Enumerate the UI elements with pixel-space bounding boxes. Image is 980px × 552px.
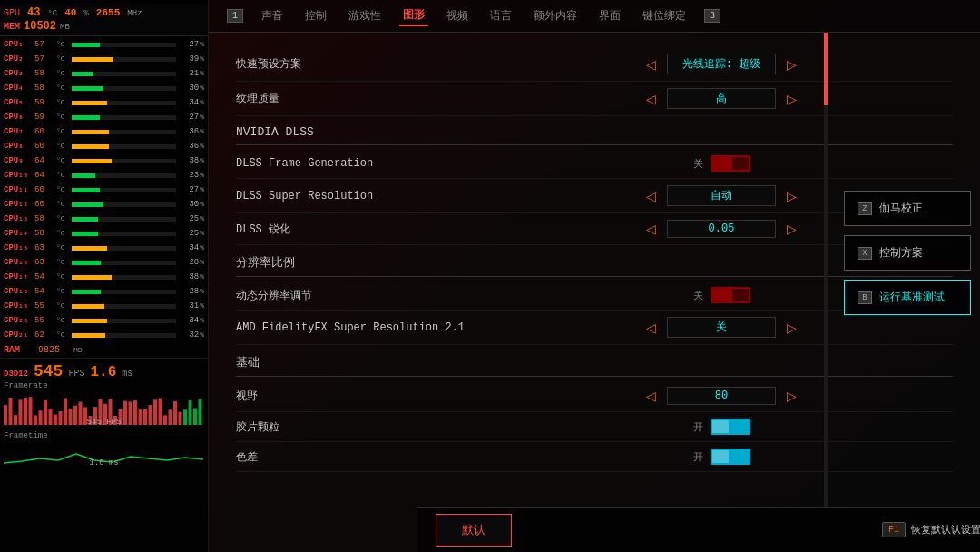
cpu-row-3: CPU₄ 58 °C 30 % [0,81,208,95]
svg-rect-8 [44,400,47,425]
cpu-pct-10: 27 [179,183,199,196]
film-grain-toggle-container: 开 [693,419,750,435]
preset-arrow-right[interactable]: ▷ [781,55,802,74]
cpu-bar-fill-13 [72,232,98,236]
ram-row: RAM 9825 MB [0,343,208,358]
film-grain-toggle[interactable] [710,419,750,435]
preset-arrow-left[interactable]: ◁ [641,55,662,74]
cpu-bar-5 [72,115,176,120]
tab-video[interactable]: 视频 [443,6,472,25]
cpu-label-18: CPU₁₉ [4,300,34,312]
cpu-temp-4: 59 [34,96,56,109]
fov-arrow-left[interactable]: ◁ [641,387,662,405]
tab-interface[interactable]: 界面 [595,6,624,25]
film-grain-on-label: 开 [693,420,703,434]
tab-language[interactable]: 语言 [486,6,515,25]
cpu-bar-fill-20 [72,333,105,338]
cpu-label-17: CPU₁₈ [4,285,34,298]
tab-gameplay[interactable]: 游戏性 [345,6,385,25]
cpu-label-6: CPU₇ [4,125,34,138]
dlss-sr-value: 自动 [667,185,776,206]
dlss-sharp-value: 0.05 [667,220,776,238]
fov-row: 视野 ◁ 80 ▷ [236,380,953,412]
fps-value: 545 [34,362,63,380]
gpu-label: GPU [4,8,20,18]
dlss-sharp-selector[interactable]: ◁ 0.05 ▷ [612,220,830,238]
cpu-bar-4 [72,101,176,105]
fov-label: 视野 [236,389,490,404]
fov-arrow-right[interactable]: ▷ [781,387,802,405]
tab-extra[interactable]: 额外内容 [530,6,581,25]
gamma-key: Z [858,202,872,215]
svg-rect-27 [139,409,142,425]
chromatic-row: 色差 开 [236,442,953,472]
amd-fsr-arrow-right[interactable]: ▷ [781,319,802,337]
dynamic-res-toggle[interactable] [710,287,750,303]
texture-arrow-left[interactable]: ◁ [641,90,662,108]
cpu-pct-0: 27 [179,38,199,51]
gamma-button[interactable]: Z 伽马校正 [844,191,971,226]
cpu-label-14: CPU₁₅ [4,242,34,254]
cpu-temp-15: 63 [34,256,56,269]
svg-rect-39 [199,399,202,425]
cpu-bar-8 [72,159,176,163]
film-grain-label: 胶片颗粒 [236,419,490,435]
dynamic-res-toggle-container: 关 [693,287,750,303]
cpu-pct-9: 23 [179,169,199,182]
ram-label: RAM [4,344,38,357]
tab-control[interactable]: 控制 [301,6,330,25]
dlss-fg-toggle[interactable] [710,155,750,172]
dlss-sharp-arrow-left[interactable]: ◁ [641,220,662,238]
texture-arrow-right[interactable]: ▷ [781,90,802,108]
svg-rect-15 [79,402,83,425]
scrollbar-thumb[interactable] [824,33,828,105]
cpu-temp-13: 58 [34,227,56,240]
cpu-row-16: CPU₁₇ 54 °C 38 % [0,270,208,284]
restore-key: F1 [882,522,906,537]
preset-selector[interactable]: ◁ 光线追踪: 超级 ▷ [612,54,830,74]
dlss-sr-selector[interactable]: ◁ 自动 ▷ [612,185,830,206]
control-scheme-button[interactable]: X 控制方案 [844,235,971,271]
cpu-pct-17: 28 [179,285,199,298]
cpu-list: CPU₁ 57 °C 27 % CPU₂ 57 °C 39 % CPU₃ 58 … [0,36,208,343]
texture-selector[interactable]: ◁ 高 ▷ [612,88,830,109]
fov-selector[interactable]: ◁ 80 ▷ [612,387,830,405]
svg-rect-13 [69,409,73,425]
dlss-sr-arrow-right[interactable]: ▷ [781,187,802,205]
dlss-sharp-arrow-right[interactable]: ▷ [781,220,802,238]
dlss-sharp-label: DLSS 锐化 [236,222,490,237]
cpu-row-20: CPU₂₁ 62 °C 32 % [0,328,208,342]
cpu-label-8: CPU₉ [4,154,34,167]
tab-sound[interactable]: 声音 [258,6,287,25]
default-button[interactable]: 默认 [436,514,512,547]
cpu-bar-fill-3 [72,86,103,91]
ram-value: 9825 [38,344,73,357]
amd-fsr-selector[interactable]: ◁ 关 ▷ [612,317,830,338]
cpu-pct-14: 34 [179,242,199,254]
cpu-temp-20: 62 [34,329,56,341]
bottom-controls: F1 恢复默认认设置 ESC 关闭 ⬤ 选择 值得买 [882,521,980,538]
cpu-bar-14 [72,246,176,251]
cpu-row-13: CPU₁₄ 58 °C 25 % [0,226,208,241]
cpu-row-2: CPU₃ 58 °C 21 % [0,66,208,81]
mem-label: MEM [4,22,20,32]
svg-rect-1 [9,398,13,425]
amd-fsr-arrow-left[interactable]: ◁ [641,319,662,337]
cpu-bar-fill-10 [72,188,100,192]
cpu-temp-19: 55 [34,314,56,327]
dlss-sr-arrow-left[interactable]: ◁ [641,187,662,205]
tab-keybind[interactable]: 键位绑定 [639,6,690,25]
cpu-temp-5: 59 [34,111,56,123]
benchmark-key: B [858,291,872,304]
dynamic-res-label: 动态分辨率调节 [236,288,490,303]
chromatic-toggle[interactable] [710,448,750,465]
nav-badge-right: 3 [704,9,720,23]
frametime-section: Frametime 1.6 ms [0,429,208,471]
svg-rect-30 [153,399,157,425]
framerate-label: Framerate [4,381,204,390]
top-nav: 1 声音 控制 游戏性 图形 视频 语言 额外内容 界面 键位绑定 3 [209,0,980,33]
tab-graphics[interactable]: 图形 [399,5,428,26]
cpu-temp-1: 57 [34,53,56,65]
cpu-bar-1 [72,57,176,62]
benchmark-button[interactable]: B 运行基准测试 [844,280,971,315]
